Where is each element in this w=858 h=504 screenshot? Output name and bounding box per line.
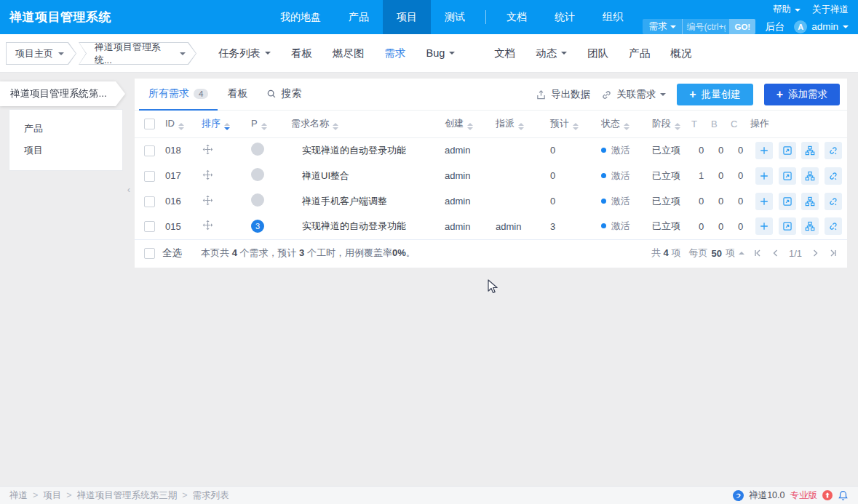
col-checkbox[interactable] (135, 111, 161, 137)
col-排序[interactable]: 排序 (194, 111, 237, 137)
topnav-item-我的地盘[interactable]: 我的地盘 (266, 0, 335, 34)
link-story-button[interactable]: 关联需求 (601, 88, 666, 101)
select-all-checkbox[interactable] (144, 248, 155, 259)
change-icon (782, 145, 793, 156)
action-add-button[interactable] (755, 142, 773, 159)
first-page-button[interactable] (752, 248, 763, 258)
project-tab-动态[interactable]: 动态 (525, 47, 577, 60)
project-tab-需求[interactable]: 需求 (375, 47, 416, 60)
action-subdivide-button[interactable] (801, 193, 819, 210)
footer-breadcrumb-禅道项目管理系统第三期[interactable]: 禅道项目管理系统第三期 (77, 489, 178, 502)
sidebar-collapse-icon[interactable]: ‹ (124, 183, 134, 197)
plus-icon: + (689, 89, 696, 100)
export-data-button[interactable]: 导出数据 (536, 88, 590, 101)
breadcrumb-current-project[interactable]: 禅道项目管理系统... (79, 42, 196, 65)
edition-link[interactable]: 专业版 (790, 489, 818, 502)
row-checkbox[interactable] (144, 196, 155, 207)
col-创建[interactable]: 创建 (440, 111, 491, 137)
story-title-link[interactable]: 禅道手机客户端调整 (302, 196, 387, 207)
col-P[interactable]: P (237, 111, 280, 137)
status-dot-icon (601, 199, 606, 204)
bug-count: 0 (711, 214, 731, 239)
project-tab-看板[interactable]: 看板 (281, 47, 322, 60)
action-unlink-button[interactable] (825, 142, 842, 159)
last-page-button[interactable] (828, 248, 838, 258)
plus-icon (759, 145, 769, 156)
action-change-button[interactable] (779, 217, 796, 235)
action-change-button[interactable] (779, 193, 796, 210)
topnav-item-组织[interactable]: 组织 (589, 0, 637, 34)
search-module-select[interactable]: 需求 (643, 19, 683, 34)
row-checkbox[interactable] (144, 221, 155, 232)
col-需求名称[interactable]: 需求名称 (280, 111, 440, 137)
story-id: 018 (165, 145, 181, 156)
project-tab-Bug[interactable]: Bug (416, 47, 466, 59)
project-tab-文档[interactable]: 文档 (484, 47, 525, 60)
upgrade-icon[interactable] (822, 490, 833, 500)
tab-kanban[interactable]: 看板 (218, 79, 257, 111)
status-dot-icon (601, 148, 606, 153)
action-subdivide-button[interactable] (801, 217, 819, 235)
col-状态[interactable]: 状态 (597, 111, 648, 137)
per-page-select[interactable]: 每页 50 项 (688, 247, 744, 260)
story-title-link[interactable]: 实现禅道的自动登录功能 (302, 220, 406, 231)
col-指派[interactable]: 指派 (491, 111, 546, 137)
bell-icon[interactable] (838, 490, 849, 501)
topnav-item-测试[interactable]: 测试 (431, 0, 479, 34)
select-all-label[interactable]: 全选 (162, 247, 182, 260)
footer-breadcrumb-禅道[interactable]: 禅道 (9, 489, 28, 502)
story-title-link[interactable]: 禅道UI整合 (302, 170, 349, 181)
help-menu[interactable]: 帮助 (773, 4, 801, 16)
admin-console-link[interactable]: 后台 (765, 20, 784, 33)
story-title-link[interactable]: 实现禅道的自动登录功能 (302, 145, 406, 156)
topnav-item-产品[interactable]: 产品 (335, 0, 383, 34)
action-add-button[interactable] (755, 167, 773, 185)
topnav-item-文档[interactable]: 文档 (493, 0, 541, 34)
topnav-item-项目[interactable]: 项目 (383, 0, 431, 34)
action-change-button[interactable] (779, 142, 796, 159)
sidebar-item-项目[interactable]: 项目 (9, 140, 122, 161)
row-actions (750, 214, 847, 239)
action-change-button[interactable] (779, 167, 796, 185)
project-tab-燃尽图[interactable]: 燃尽图 (322, 47, 375, 60)
action-subdivide-button[interactable] (801, 142, 819, 159)
topnav-item-统计[interactable]: 统计 (541, 0, 589, 34)
col-预计[interactable]: 预计 (546, 111, 597, 137)
project-switcher[interactable]: 禅道项目管理系统第... (0, 81, 125, 106)
action-add-button[interactable] (755, 193, 773, 210)
action-unlink-button[interactable] (825, 193, 842, 210)
project-tab-概况[interactable]: 概况 (660, 47, 702, 60)
tab-all-stories[interactable]: 所有需求 4 (139, 79, 218, 111)
search-input[interactable] (683, 19, 729, 34)
action-subdivide-button[interactable] (801, 167, 819, 185)
footer-breadcrumb-需求列表[interactable]: 需求列表 (192, 489, 229, 502)
user-menu[interactable]: A admin (794, 20, 849, 33)
action-unlink-button[interactable] (825, 217, 842, 235)
action-add-button[interactable] (755, 217, 773, 235)
next-page-button[interactable] (810, 248, 820, 258)
row-checkbox[interactable] (144, 145, 155, 156)
project-tab-任务列表[interactable]: 任务列表 (208, 47, 281, 60)
row-checkbox[interactable] (144, 171, 155, 182)
sidebar-item-产品[interactable]: 产品 (9, 118, 122, 140)
footer-breadcrumb-项目[interactable]: 项目 (43, 489, 61, 502)
breadcrumb-project-home[interactable]: 项目主页 (6, 42, 76, 65)
tab-search[interactable]: 搜索 (257, 79, 311, 111)
action-unlink-button[interactable] (825, 167, 842, 185)
project-tab-产品[interactable]: 产品 (619, 47, 660, 60)
header-checkbox[interactable] (144, 119, 155, 129)
project-tab-团队[interactable]: 团队 (577, 47, 619, 60)
col-ID[interactable]: ID (161, 111, 194, 137)
prev-page-button[interactable] (771, 248, 781, 258)
add-story-button[interactable]: + 添加需求 (764, 84, 840, 105)
col-阶段[interactable]: 阶段 (648, 111, 691, 137)
about-link[interactable]: 关于禅道 (812, 4, 849, 16)
drag-handle-icon[interactable] (202, 169, 213, 180)
drag-handle-icon[interactable] (202, 144, 213, 155)
drag-handle-icon[interactable] (202, 220, 213, 231)
stage-label: 已立项 (652, 170, 680, 181)
drag-handle-icon[interactable] (202, 195, 213, 206)
batch-create-button[interactable]: + 批量创建 (677, 84, 752, 105)
search-go-button[interactable]: GO! (729, 19, 755, 34)
sort-icon (675, 123, 680, 130)
